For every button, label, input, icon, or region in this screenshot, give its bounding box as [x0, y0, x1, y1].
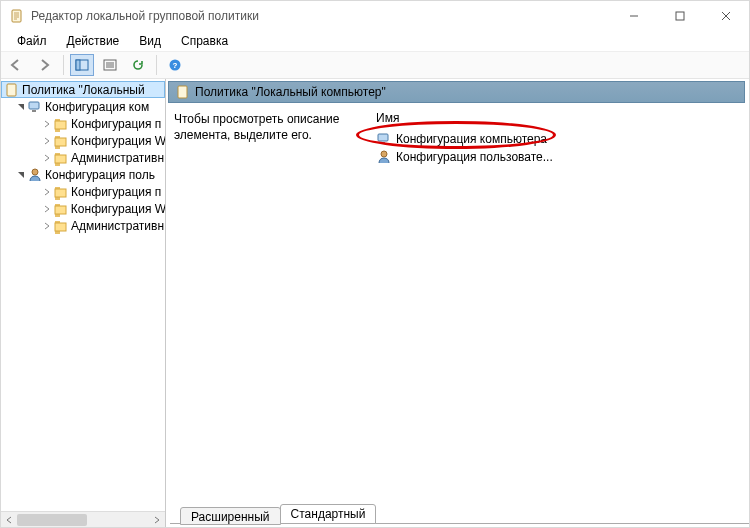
tree-item-windows-config[interactable]: Конфигурация W	[1, 132, 165, 149]
menu-view[interactable]: Вид	[129, 32, 171, 50]
policy-icon	[4, 82, 20, 98]
refresh-button[interactable]	[126, 54, 150, 76]
svg-rect-13	[7, 84, 16, 96]
svg-rect-28	[55, 223, 66, 231]
tree-pane-button[interactable]	[70, 54, 94, 76]
folder-icon	[53, 116, 69, 132]
scroll-left-button[interactable]	[1, 513, 17, 527]
svg-rect-6	[76, 60, 80, 70]
window-title: Редактор локальной групповой политики	[31, 9, 611, 23]
close-button[interactable]	[703, 1, 749, 31]
folder-icon	[53, 133, 69, 149]
svg-rect-30	[378, 134, 388, 141]
toolbar: ?	[1, 51, 749, 79]
tab-standard[interactable]: Стандартный	[280, 504, 377, 524]
list-item-label: Конфигурация пользовате...	[396, 150, 553, 164]
scroll-right-button[interactable]	[149, 513, 165, 527]
tree-item-user-config[interactable]: Конфигурация поль	[1, 166, 165, 183]
expand-icon[interactable]	[41, 137, 53, 145]
computer-icon	[27, 99, 43, 115]
help-button[interactable]: ?	[163, 54, 187, 76]
horizontal-scrollbar[interactable]	[1, 511, 165, 527]
list-item-label: Конфигурация компьютера	[396, 132, 547, 146]
expand-icon[interactable]	[41, 205, 53, 213]
expand-icon[interactable]	[41, 188, 53, 196]
items-list[interactable]: Имя Конфигурация компьютера Конфигурация…	[374, 111, 741, 500]
expand-icon[interactable]	[41, 222, 53, 230]
window: Редактор локальной групповой политики Фа…	[0, 0, 750, 528]
expand-icon[interactable]	[41, 120, 53, 128]
tree-item-label: Конфигурация поль	[45, 168, 155, 182]
svg-rect-26	[55, 206, 66, 214]
column-header-name[interactable]: Имя	[374, 111, 741, 128]
description-text: Чтобы просмотреть описание элемента, выд…	[174, 111, 364, 500]
app-icon	[9, 8, 25, 24]
expand-icon[interactable]	[41, 154, 53, 162]
policy-icon	[175, 84, 191, 100]
desc-line: элемента, выделите его.	[174, 128, 312, 142]
tree-item-program-config[interactable]: Конфигурация п	[1, 115, 165, 132]
tree-root-local-policy[interactable]: Политика "Локальный	[1, 81, 165, 98]
forward-button[interactable]	[33, 54, 57, 76]
computer-icon	[376, 131, 392, 147]
collapse-icon[interactable]	[15, 103, 27, 111]
tree-item-label: Конфигурация п	[71, 185, 161, 199]
details-body: Чтобы просмотреть описание элемента, выд…	[166, 103, 749, 500]
folder-icon	[53, 218, 69, 234]
menu-help[interactable]: Справка	[171, 32, 238, 50]
tree-item-label: Конфигурация W	[71, 202, 165, 216]
collapse-icon[interactable]	[15, 171, 27, 179]
svg-rect-0	[12, 10, 21, 22]
tree-item-label: Конфигурация п	[71, 117, 161, 131]
details-header-text: Политика "Локальный компьютер"	[195, 85, 386, 99]
svg-rect-17	[55, 121, 66, 129]
tree-item-label: Административн	[71, 151, 164, 165]
minimize-button[interactable]	[611, 1, 657, 31]
svg-rect-31	[381, 142, 385, 144]
svg-rect-19	[55, 138, 66, 146]
svg-rect-14	[29, 102, 39, 109]
titlebar: Редактор локальной групповой политики	[1, 1, 749, 31]
tree-item-label: Конфигурация W	[71, 134, 165, 148]
menu-file[interactable]: Файл	[7, 32, 57, 50]
view-tabs: Расширенный Стандартный	[166, 500, 749, 524]
scrollbar-track[interactable]	[17, 513, 149, 527]
folder-icon	[53, 184, 69, 200]
svg-rect-21	[55, 155, 66, 163]
content-area: Политика "Локальный Конфигурация ком Кон…	[1, 79, 749, 527]
svg-rect-2	[676, 12, 684, 20]
tree-item-label: Конфигурация ком	[45, 100, 149, 114]
tree-item-program-config[interactable]: Конфигурация п	[1, 183, 165, 200]
menubar: Файл Действие Вид Справка	[1, 31, 749, 51]
tree-item-windows-config[interactable]: Конфигурация W	[1, 200, 165, 217]
folder-icon	[53, 150, 69, 166]
desc-line: Чтобы просмотреть описание	[174, 112, 339, 126]
maximize-button[interactable]	[657, 1, 703, 31]
svg-point-22	[32, 169, 38, 175]
svg-rect-29	[178, 86, 187, 98]
user-icon	[376, 149, 392, 165]
back-button[interactable]	[5, 54, 29, 76]
menu-action[interactable]: Действие	[57, 32, 130, 50]
list-item-user-config[interactable]: Конфигурация пользовате...	[374, 148, 741, 166]
svg-rect-15	[32, 110, 36, 112]
tab-extended[interactable]: Расширенный	[180, 507, 281, 525]
list-item-computer-config[interactable]: Конфигурация компьютера	[374, 130, 741, 148]
svg-text:?: ?	[173, 61, 178, 70]
tree-item-admin-templates[interactable]: Административн	[1, 217, 165, 234]
detail-pane-button[interactable]	[98, 54, 122, 76]
folder-icon	[53, 201, 69, 217]
tree-item-admin-templates[interactable]: Административн	[1, 149, 165, 166]
tree-panel: Политика "Локальный Конфигурация ком Кон…	[1, 79, 166, 527]
nav-tree[interactable]: Политика "Локальный Конфигурация ком Кон…	[1, 79, 165, 511]
tree-root-label: Политика "Локальный	[22, 83, 145, 97]
scrollbar-thumb[interactable]	[17, 514, 87, 526]
svg-rect-24	[55, 189, 66, 197]
details-header: Политика "Локальный компьютер"	[168, 81, 745, 103]
tree-item-computer-config[interactable]: Конфигурация ком	[1, 98, 165, 115]
user-icon	[27, 167, 43, 183]
details-panel: Политика "Локальный компьютер" Чтобы про…	[166, 79, 749, 527]
tree-item-label: Административн	[71, 219, 164, 233]
svg-point-32	[381, 151, 387, 157]
